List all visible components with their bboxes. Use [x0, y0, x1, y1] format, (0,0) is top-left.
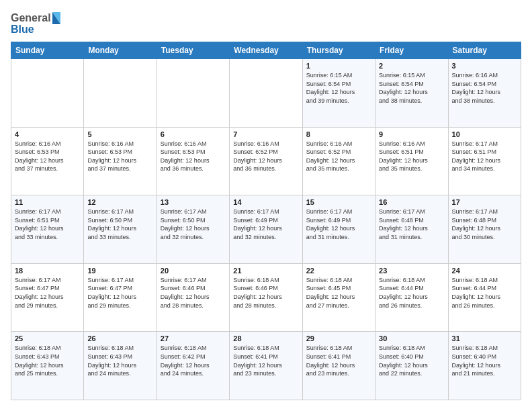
calendar-cell: 14Sunrise: 6:17 AM Sunset: 6:49 PM Dayli… [230, 195, 302, 264]
svg-text:General: General [11, 12, 51, 24]
logo-svg: GeneralBlue [11, 11, 64, 36]
day-number: 7 [233, 130, 298, 138]
logo: GeneralBlue [11, 11, 64, 36]
day-number: 9 [379, 130, 444, 138]
weekday-header-tuesday: Tuesday [157, 42, 229, 59]
day-info: Sunrise: 6:17 AM Sunset: 6:50 PM Dayligh… [161, 208, 226, 241]
day-info: Sunrise: 6:18 AM Sunset: 6:40 PM Dayligh… [452, 344, 517, 377]
calendar-cell: 27Sunrise: 6:18 AM Sunset: 6:42 PM Dayli… [157, 332, 229, 400]
weekday-header-row: SundayMondayTuesdayWednesdayThursdayFrid… [11, 42, 521, 59]
calendar-cell [230, 59, 302, 128]
day-number: 13 [161, 198, 226, 206]
calendar-cell: 19Sunrise: 6:17 AM Sunset: 6:47 PM Dayli… [84, 263, 157, 332]
calendar-cell: 7Sunrise: 6:16 AM Sunset: 6:52 PM Daylig… [230, 127, 302, 195]
day-number: 29 [306, 334, 371, 342]
day-number: 28 [233, 334, 298, 342]
week-row-2: 4Sunrise: 6:16 AM Sunset: 6:53 PM Daylig… [11, 127, 521, 195]
day-number: 18 [15, 267, 80, 275]
day-info: Sunrise: 6:17 AM Sunset: 6:51 PM Dayligh… [452, 140, 517, 173]
calendar-cell: 6Sunrise: 6:16 AM Sunset: 6:53 PM Daylig… [157, 127, 229, 195]
day-info: Sunrise: 6:16 AM Sunset: 6:52 PM Dayligh… [306, 140, 371, 173]
calendar-cell: 10Sunrise: 6:17 AM Sunset: 6:51 PM Dayli… [448, 127, 521, 195]
page: GeneralBlue SundayMondayTuesdayWednesday… [0, 0, 532, 411]
day-info: Sunrise: 6:18 AM Sunset: 6:42 PM Dayligh… [161, 344, 226, 377]
calendar-cell [157, 59, 229, 128]
calendar-cell: 30Sunrise: 6:18 AM Sunset: 6:40 PM Dayli… [375, 332, 448, 400]
day-number: 23 [379, 267, 444, 275]
calendar-cell: 15Sunrise: 6:17 AM Sunset: 6:49 PM Dayli… [302, 195, 375, 264]
day-number: 8 [306, 130, 371, 138]
calendar-cell: 26Sunrise: 6:18 AM Sunset: 6:43 PM Dayli… [84, 332, 157, 400]
day-number: 16 [379, 198, 444, 206]
day-info: Sunrise: 6:18 AM Sunset: 6:46 PM Dayligh… [233, 276, 298, 310]
weekday-header-wednesday: Wednesday [230, 42, 302, 59]
calendar-cell: 5Sunrise: 6:16 AM Sunset: 6:53 PM Daylig… [84, 127, 157, 195]
day-number: 15 [306, 198, 371, 206]
weekday-header-thursday: Thursday [302, 42, 375, 59]
calendar-cell: 9Sunrise: 6:16 AM Sunset: 6:51 PM Daylig… [375, 127, 448, 195]
day-info: Sunrise: 6:15 AM Sunset: 6:54 PM Dayligh… [306, 71, 371, 105]
day-info: Sunrise: 6:15 AM Sunset: 6:54 PM Dayligh… [379, 71, 444, 105]
day-number: 14 [233, 198, 298, 206]
day-info: Sunrise: 6:16 AM Sunset: 6:53 PM Dayligh… [87, 140, 152, 173]
day-number: 27 [161, 334, 226, 342]
calendar-cell: 25Sunrise: 6:18 AM Sunset: 6:43 PM Dayli… [11, 332, 84, 400]
calendar-cell: 16Sunrise: 6:17 AM Sunset: 6:48 PM Dayli… [375, 195, 448, 264]
day-number: 24 [452, 267, 517, 275]
day-number: 19 [87, 267, 152, 275]
week-row-1: 1Sunrise: 6:15 AM Sunset: 6:54 PM Daylig… [11, 59, 521, 128]
calendar-cell: 24Sunrise: 6:18 AM Sunset: 6:44 PM Dayli… [448, 263, 521, 332]
day-info: Sunrise: 6:17 AM Sunset: 6:49 PM Dayligh… [306, 208, 371, 241]
day-info: Sunrise: 6:18 AM Sunset: 6:44 PM Dayligh… [379, 276, 444, 310]
day-info: Sunrise: 6:18 AM Sunset: 6:43 PM Dayligh… [87, 344, 152, 377]
calendar-cell: 29Sunrise: 6:18 AM Sunset: 6:41 PM Dayli… [302, 332, 375, 400]
weekday-header-sunday: Sunday [11, 42, 84, 59]
day-number: 10 [452, 130, 517, 138]
day-info: Sunrise: 6:17 AM Sunset: 6:48 PM Dayligh… [379, 208, 444, 241]
weekday-header-friday: Friday [375, 42, 448, 59]
calendar-cell: 20Sunrise: 6:17 AM Sunset: 6:46 PM Dayli… [157, 263, 229, 332]
day-number: 17 [452, 198, 517, 206]
calendar-cell: 21Sunrise: 6:18 AM Sunset: 6:46 PM Dayli… [230, 263, 302, 332]
calendar-cell: 4Sunrise: 6:16 AM Sunset: 6:53 PM Daylig… [11, 127, 84, 195]
day-info: Sunrise: 6:17 AM Sunset: 6:50 PM Dayligh… [87, 208, 152, 241]
day-info: Sunrise: 6:17 AM Sunset: 6:47 PM Dayligh… [87, 276, 152, 310]
calendar-cell: 3Sunrise: 6:16 AM Sunset: 6:54 PM Daylig… [448, 59, 521, 128]
day-number: 30 [379, 334, 444, 342]
day-number: 22 [306, 267, 371, 275]
calendar-cell [11, 59, 84, 128]
calendar-cell: 18Sunrise: 6:17 AM Sunset: 6:47 PM Dayli… [11, 263, 84, 332]
day-info: Sunrise: 6:17 AM Sunset: 6:49 PM Dayligh… [233, 208, 298, 241]
day-info: Sunrise: 6:17 AM Sunset: 6:47 PM Dayligh… [15, 276, 80, 310]
day-info: Sunrise: 6:18 AM Sunset: 6:41 PM Dayligh… [306, 344, 371, 377]
day-info: Sunrise: 6:16 AM Sunset: 6:52 PM Dayligh… [233, 140, 298, 173]
day-info: Sunrise: 6:17 AM Sunset: 6:46 PM Dayligh… [161, 276, 226, 310]
day-number: 21 [233, 267, 298, 275]
calendar-cell: 31Sunrise: 6:18 AM Sunset: 6:40 PM Dayli… [448, 332, 521, 400]
weekday-header-saturday: Saturday [448, 42, 521, 59]
day-info: Sunrise: 6:17 AM Sunset: 6:48 PM Dayligh… [452, 208, 517, 241]
calendar-cell: 22Sunrise: 6:18 AM Sunset: 6:45 PM Dayli… [302, 263, 375, 332]
week-row-4: 18Sunrise: 6:17 AM Sunset: 6:47 PM Dayli… [11, 263, 521, 332]
day-info: Sunrise: 6:16 AM Sunset: 6:54 PM Dayligh… [452, 71, 517, 105]
calendar-cell: 12Sunrise: 6:17 AM Sunset: 6:50 PM Dayli… [84, 195, 157, 264]
calendar-cell: 11Sunrise: 6:17 AM Sunset: 6:51 PM Dayli… [11, 195, 84, 264]
day-number: 20 [161, 267, 226, 275]
week-row-5: 25Sunrise: 6:18 AM Sunset: 6:43 PM Dayli… [11, 332, 521, 400]
day-info: Sunrise: 6:17 AM Sunset: 6:51 PM Dayligh… [15, 208, 80, 241]
calendar-body: 1Sunrise: 6:15 AM Sunset: 6:54 PM Daylig… [11, 59, 521, 400]
day-info: Sunrise: 6:18 AM Sunset: 6:44 PM Dayligh… [452, 276, 517, 310]
day-number: 11 [15, 198, 80, 206]
calendar-cell: 23Sunrise: 6:18 AM Sunset: 6:44 PM Dayli… [375, 263, 448, 332]
calendar-cell: 17Sunrise: 6:17 AM Sunset: 6:48 PM Dayli… [448, 195, 521, 264]
day-number: 2 [379, 62, 444, 70]
calendar-cell: 1Sunrise: 6:15 AM Sunset: 6:54 PM Daylig… [302, 59, 375, 128]
day-number: 31 [452, 334, 517, 342]
calendar-table: SundayMondayTuesdayWednesdayThursdayFrid… [11, 42, 521, 400]
day-number: 3 [452, 62, 517, 70]
day-number: 12 [87, 198, 152, 206]
day-info: Sunrise: 6:18 AM Sunset: 6:40 PM Dayligh… [379, 344, 444, 377]
week-row-3: 11Sunrise: 6:17 AM Sunset: 6:51 PM Dayli… [11, 195, 521, 264]
day-info: Sunrise: 6:16 AM Sunset: 6:51 PM Dayligh… [379, 140, 444, 173]
calendar-cell: 8Sunrise: 6:16 AM Sunset: 6:52 PM Daylig… [302, 127, 375, 195]
